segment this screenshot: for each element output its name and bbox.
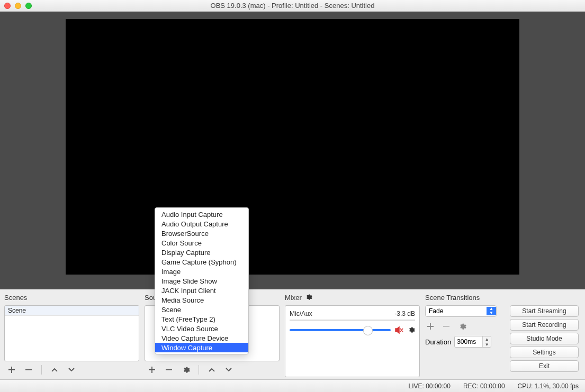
preview-area — [0, 12, 585, 289]
transitions-panel: Scene Transitions Fade ▲▼ Duration — [425, 293, 505, 377]
mixer-label: Mixer — [285, 293, 420, 302]
gear-icon — [458, 323, 466, 331]
chevron-up-icon — [208, 367, 215, 372]
status-rec: REC: 00:00:00 — [463, 382, 505, 390]
mixer-channel-name: Mic/Aux — [290, 310, 312, 317]
exit-button[interactable]: Exit — [510, 360, 579, 372]
add-source-menu-item[interactable]: VLC Video Source — [155, 324, 248, 333]
minimize-window-button[interactable] — [15, 3, 21, 9]
titlebar: OBS 19.0.3 (mac) - Profile: Untitled - S… — [0, 0, 585, 12]
toolrow-separator — [199, 365, 199, 375]
plus-icon — [148, 366, 156, 373]
remove-scene-button[interactable] — [23, 364, 34, 375]
add-source-button[interactable] — [147, 364, 157, 375]
status-bar: LIVE: 00:00:00 REC: 00:00:00 CPU: 1.1%, … — [0, 379, 585, 392]
mixer-panel: Mixer Mic/Aux -3.3 dB — [285, 293, 420, 377]
chevron-down-icon — [68, 367, 75, 372]
add-source-menu-item[interactable]: Audio Input Capture — [155, 209, 248, 219]
add-source-popup: Audio Input CaptureAudio Output CaptureB… — [155, 207, 249, 354]
mixer-meter — [290, 320, 415, 321]
scene-move-up-button[interactable] — [49, 364, 60, 375]
studio-mode-button[interactable]: Studio Mode — [510, 333, 579, 344]
start-recording-button[interactable]: Start Recording — [510, 319, 579, 331]
control-buttons: Start Streaming Start Recording Studio M… — [510, 293, 579, 377]
mixer-channel-settings-button[interactable] — [408, 326, 415, 334]
add-source-menu-item[interactable]: JACK Input Client — [155, 286, 248, 295]
zoom-window-button[interactable] — [25, 3, 32, 9]
minus-icon — [165, 366, 173, 373]
transitions-label: Scene Transitions — [425, 293, 505, 302]
duration-label: Duration — [425, 338, 451, 346]
mixer-volume-slider[interactable] — [290, 329, 391, 331]
duration-value: 300ms — [455, 336, 482, 347]
duration-step-down[interactable]: ▼ — [483, 342, 491, 347]
gear-icon — [305, 294, 312, 301]
add-source-menu-item[interactable]: Image Slide Show — [155, 276, 248, 286]
add-scene-button[interactable] — [6, 364, 17, 375]
traffic-lights — [4, 3, 32, 9]
select-arrows-icon: ▲▼ — [487, 307, 496, 315]
preview-canvas[interactable] — [66, 19, 519, 275]
minus-icon — [25, 366, 32, 373]
plus-icon — [8, 366, 15, 373]
source-move-down-button[interactable] — [223, 364, 234, 375]
add-source-menu-item[interactable]: Image — [155, 267, 248, 276]
window-title: OBS 19.0.3 (mac) - Profile: Untitled - S… — [32, 2, 553, 10]
mixer-mute-button[interactable] — [395, 326, 403, 334]
add-source-menu-item[interactable]: Window Capture — [155, 343, 248, 352]
toolrow-separator — [41, 365, 42, 375]
duration-input[interactable]: 300ms ▲ ▼ — [454, 336, 491, 348]
source-properties-button[interactable] — [181, 364, 191, 375]
add-source-menu-item[interactable]: BrowserSource — [155, 229, 248, 238]
minus-icon — [443, 323, 450, 330]
scenes-toolrow — [4, 361, 139, 377]
settings-button[interactable]: Settings — [510, 347, 579, 358]
add-source-menu-item[interactable]: Display Capture — [155, 248, 248, 257]
add-source-menu-item[interactable]: Media Source — [155, 295, 248, 305]
status-live: LIVE: 00:00:00 — [408, 382, 450, 390]
scenes-panel: Scenes Scene — [4, 293, 139, 377]
scenes-label: Scenes — [4, 293, 139, 302]
add-source-menu-item[interactable]: Video Capture Device — [155, 333, 248, 343]
add-source-menu-item[interactable]: Text (FreeType 2) — [155, 314, 248, 324]
chevron-down-icon — [225, 367, 232, 372]
start-streaming-button[interactable]: Start Streaming — [510, 305, 579, 317]
add-source-menu-item[interactable]: Scene — [155, 305, 248, 314]
duration-step-up[interactable]: ▲ — [483, 336, 491, 342]
status-cpu: CPU: 1.1%, 30.00 fps — [518, 382, 579, 390]
transition-select[interactable]: Fade ▲▼ — [425, 305, 497, 317]
speaker-muted-icon — [395, 326, 403, 334]
scene-move-down-button[interactable] — [66, 364, 77, 375]
add-transition-button[interactable] — [425, 321, 436, 332]
mixer-label-text: Mixer — [285, 294, 302, 302]
close-window-button[interactable] — [4, 3, 11, 9]
mixer-channel: Mic/Aux -3.3 dB — [285, 305, 420, 377]
transition-properties-button[interactable] — [457, 321, 467, 332]
mixer-channel-level: -3.3 dB — [394, 310, 415, 317]
add-source-menu-item[interactable]: Game Capture (Syphon) — [155, 257, 248, 267]
mixer-settings-button[interactable] — [305, 294, 312, 301]
remove-source-button[interactable] — [164, 364, 174, 375]
scenes-list[interactable]: Scene — [4, 305, 139, 361]
add-source-menu-item[interactable]: Audio Output Capture — [155, 219, 248, 229]
remove-transition-button[interactable] — [441, 321, 452, 332]
plus-icon — [427, 323, 434, 330]
gear-icon — [182, 366, 190, 374]
add-source-menu-item[interactable]: Color Source — [155, 238, 248, 248]
chevron-up-icon — [51, 367, 58, 372]
scenes-list-item[interactable]: Scene — [5, 306, 139, 316]
transition-selected: Fade — [426, 307, 487, 315]
gear-icon — [408, 326, 415, 334]
source-move-up-button[interactable] — [206, 364, 217, 375]
sources-toolrow — [145, 361, 280, 377]
